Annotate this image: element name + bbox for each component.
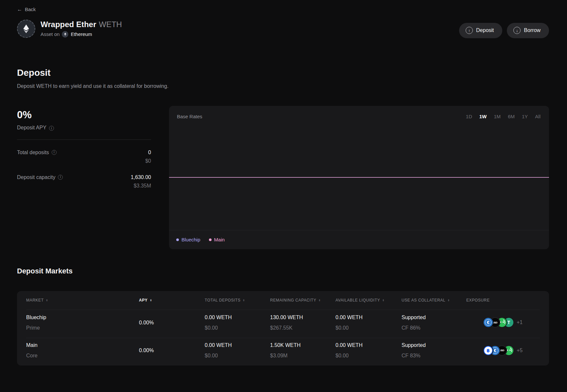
asset-symbol: WETH xyxy=(99,20,122,29)
stat-values: 0$0 xyxy=(145,149,151,165)
stat-usd: $0 xyxy=(145,157,151,165)
cbbtc-token-icon: ฿ xyxy=(484,346,493,355)
remaining-capacity-usd: $3.09M xyxy=(270,352,335,359)
market-tier: Prime xyxy=(26,324,139,331)
column-label: APY xyxy=(139,298,147,302)
range-1w[interactable]: 1W xyxy=(479,114,487,119)
column-header-exposure: EXPOSURE xyxy=(466,298,540,302)
column-header-remaining-capacity[interactable]: REMAINING CAPACITY▲▼ xyxy=(270,298,335,302)
exposure-more-count: +5 xyxy=(517,348,523,353)
deposit-apy-value: 0% xyxy=(17,109,151,121)
asset-header: Wrapped EtherWETH Asset on Ethereum ↑ De… xyxy=(17,20,549,38)
legend-label: Bluechip xyxy=(181,237,200,242)
legend-item-main[interactable]: Main xyxy=(209,237,225,242)
remaining-capacity: 1.50K WETH$3.09M xyxy=(270,338,335,366)
exposure-cell: ฿€U$D+5 xyxy=(466,338,540,366)
borrow-button[interactable]: ↓ Borrow xyxy=(507,23,549,38)
table-body: BluechipPrime0.00%0.00 WETH$0.00130.00 W… xyxy=(26,310,540,366)
eurc-token-icon: € xyxy=(484,318,493,327)
stat-label: Total depositsi xyxy=(17,149,57,165)
legend-dot xyxy=(209,238,212,241)
chart-legend: BluechipMain xyxy=(169,230,549,249)
base-rate-line xyxy=(169,177,549,178)
use-as-collateral-cf: CF 83% xyxy=(402,352,466,359)
market-row-bluechip[interactable]: BluechipPrime0.00%0.00 WETH$0.00130.00 W… xyxy=(26,310,540,338)
deposit-overview: 0% Deposit APY i Total depositsi0$0Depos… xyxy=(17,106,549,249)
total-deposits: 0.00 WETH$0.00 xyxy=(205,338,270,366)
sort-icon: ▲▼ xyxy=(243,299,245,302)
deposit-button-label: Deposit xyxy=(476,27,494,33)
legend-item-bluechip[interactable]: Bluechip xyxy=(176,237,200,242)
sort-icon: ▲▼ xyxy=(46,299,48,302)
deposit-button[interactable]: ↑ Deposit xyxy=(459,23,502,38)
range-6m[interactable]: 6M xyxy=(508,114,515,119)
range-all[interactable]: All xyxy=(535,114,541,119)
stat-total-deposits: Total depositsi0$0 xyxy=(17,149,151,165)
page-title: Deposit xyxy=(17,68,549,78)
range-1y[interactable]: 1Y xyxy=(522,114,528,119)
info-icon[interactable]: i xyxy=(52,150,57,155)
column-label: TOTAL DEPOSITS xyxy=(205,298,241,302)
back-label: Back xyxy=(25,7,36,12)
column-header-available-liquidity[interactable]: AVAILABLE LIQUIDITY▲▼ xyxy=(335,298,402,302)
stats-list: Total depositsi0$0Deposit capacityi1,630… xyxy=(17,149,151,189)
column-header-market[interactable]: MARKET▲▼ xyxy=(26,298,139,302)
apy-cell: 0.00% xyxy=(139,338,205,366)
remaining-capacity-amount: 130.00 WETH xyxy=(270,314,335,321)
market-name: Bluechip xyxy=(26,314,139,321)
available-liquidity-usd: $0.00 xyxy=(335,352,402,359)
arrow-up-circle-icon: ↑ xyxy=(466,27,473,34)
column-header-total-deposits[interactable]: TOTAL DEPOSITS▲▼ xyxy=(205,298,270,302)
exposure-more-count: +1 xyxy=(517,319,523,325)
available-liquidity: 0.00 WETH$0.00 xyxy=(335,310,402,338)
range-1d[interactable]: 1D xyxy=(466,114,472,119)
available-liquidity-amount: 0.00 WETH xyxy=(335,314,402,321)
range-1m[interactable]: 1M xyxy=(494,114,501,119)
header-actions: ↑ Deposit ↓ Borrow xyxy=(459,23,549,38)
stat-amount: 0 xyxy=(145,149,151,156)
exposure-cell: €U$DT+1 xyxy=(466,310,540,338)
column-label: USE AS COLLATERAL xyxy=(402,298,445,302)
back-link[interactable]: ← Back xyxy=(17,7,36,12)
asset-network-prefix: Asset on xyxy=(41,31,60,37)
apy-value: 0.00% xyxy=(139,347,205,354)
deposit-apy-label: Deposit APY xyxy=(17,125,46,131)
use-as-collateral-status: Supported xyxy=(402,314,466,321)
legend-dot xyxy=(176,238,179,241)
arrow-down-circle-icon: ↓ xyxy=(513,27,521,34)
sort-icon: ▲▼ xyxy=(150,299,152,302)
stat-deposit-capacity: Deposit capacityi1,630.00$3.35M xyxy=(17,174,151,189)
info-icon[interactable]: i xyxy=(49,126,54,131)
total-deposits: 0.00 WETH$0.00 xyxy=(205,310,270,338)
stat-usd: $3.35M xyxy=(131,182,151,189)
chart-ranges: 1D1W1M6M1YAll xyxy=(466,114,541,119)
total-deposits-usd: $0.00 xyxy=(205,352,270,359)
base-rates-chart-panel: Base Rates 1D1W1M6M1YAll BluechipMain xyxy=(169,106,549,249)
market-name: Main xyxy=(26,342,139,349)
column-label: AVAILABLE LIQUIDITY xyxy=(335,298,380,302)
total-deposits-usd: $0.00 xyxy=(205,324,270,331)
available-liquidity: 0.00 WETH$0.00 xyxy=(335,338,402,366)
page-subtitle: Deposit WETH to earn yield and use it as… xyxy=(17,83,549,89)
market: MainCore xyxy=(26,338,139,366)
stat-amount: 1,630.00 xyxy=(131,174,151,181)
deposit-markets-table: MARKET▲▼APY▲▼TOTAL DEPOSITS▲▼REMAINING C… xyxy=(17,291,549,366)
chart-title: Base Rates xyxy=(177,114,202,119)
market-row-main[interactable]: MainCore0.00%0.00 WETH$0.001.50K WETH$3.… xyxy=(26,338,540,366)
borrow-button-label: Borrow xyxy=(524,27,541,33)
table-header-row: MARKET▲▼APY▲▼TOTAL DEPOSITS▲▼REMAINING C… xyxy=(26,291,540,310)
column-header-use-as-collateral[interactable]: USE AS COLLATERAL▲▼ xyxy=(402,298,466,302)
total-deposits-amount: 0.00 WETH xyxy=(205,342,270,349)
stat-values: 1,630.00$3.35M xyxy=(131,174,151,189)
stat-label: Deposit capacityi xyxy=(17,174,63,189)
column-label: MARKET xyxy=(26,298,44,302)
remaining-capacity-amount: 1.50K WETH xyxy=(270,342,335,349)
markets-title: Deposit Markets xyxy=(17,267,549,275)
column-header-apy[interactable]: APY▲▼ xyxy=(139,298,205,302)
asset-name: Wrapped Ether xyxy=(41,20,96,29)
column-label: REMAINING CAPACITY xyxy=(270,298,316,302)
available-liquidity-usd: $0.00 xyxy=(335,324,402,331)
info-icon[interactable]: i xyxy=(58,175,63,180)
deposit-stats: 0% Deposit APY i Total depositsi0$0Depos… xyxy=(17,106,151,249)
use-as-collateral-status: Supported xyxy=(402,342,466,349)
